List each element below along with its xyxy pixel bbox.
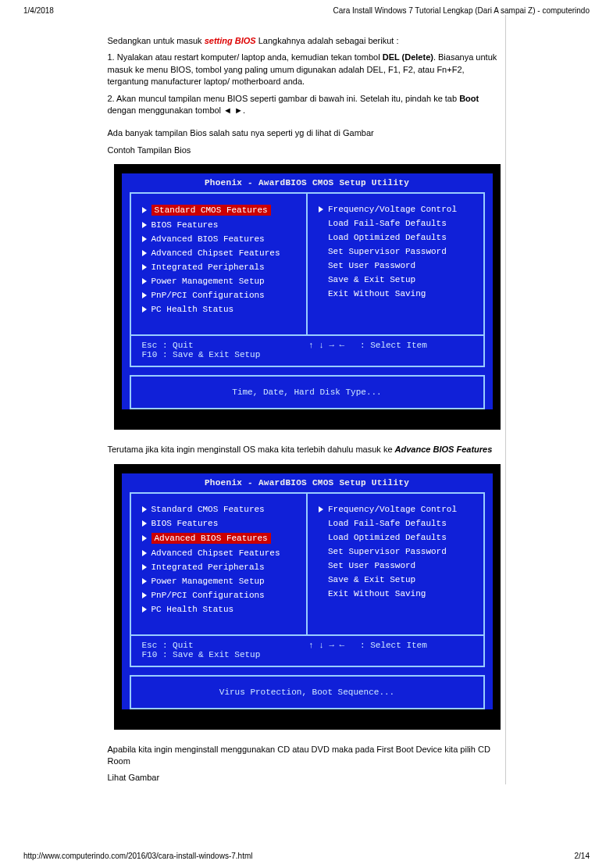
bios-menu-item[interactable]: Power Management Setup: [142, 277, 301, 286]
bios-menu-label: Advanced BIOS Features: [151, 234, 265, 244]
bios-menu-label: Load Fail-Safe Defaults: [328, 519, 447, 528]
bios-menu-item[interactable]: Integrated Peripherals: [142, 563, 301, 572]
triangle-icon: [142, 250, 147, 256]
bios-menu-item[interactable]: BIOS Features: [142, 220, 301, 230]
bios-menu-label: Integrated Peripherals: [151, 563, 265, 572]
bios-menu-item[interactable]: Advanced BIOS Features: [142, 234, 301, 244]
triangle-icon: [142, 506, 147, 513]
bios-menu-item[interactable]: PC Health Status: [142, 605, 301, 614]
bios-menu-label: Power Management Setup: [151, 277, 265, 286]
bios-menu-item[interactable]: Exit Without Saving: [319, 289, 477, 298]
bios-menu-item[interactable]: Advanced Chipset Features: [142, 548, 301, 558]
bios-menu-item[interactable]: PnP/PCI Configurations: [142, 291, 301, 300]
step-1: 1. Nyalakan atau restart komputer/ lapto…: [108, 52, 505, 88]
bios-menu-label: Set Supervisor Password: [328, 547, 447, 556]
bios1-help: Time, Date, Hard Disk Type...: [130, 375, 485, 409]
bios-menu-item[interactable]: PC Health Status: [142, 305, 301, 314]
intro-suffix: Langkahnya adalah sebagai berikut :: [256, 36, 399, 45]
bios-menu-item[interactable]: PnP/PCI Configurations: [142, 591, 301, 600]
bios-menu-item[interactable]: Load Optimized Defaults: [319, 533, 477, 542]
bios2-right-col: Frequency/Voltage ControlLoad Fail-Safe …: [308, 494, 483, 634]
bios-menu-item[interactable]: Save & Exit Setup: [319, 275, 477, 284]
bios1-left-col: Standard CMOS FeaturesBIOS FeaturesAdvan…: [131, 194, 308, 334]
triangle-icon: [142, 207, 147, 213]
step2-bold: Boot: [459, 94, 479, 103]
bios-menu-item[interactable]: Integrated Peripherals: [142, 263, 301, 272]
triangle-icon: [142, 264, 147, 270]
bios-menu-label: Frequency/Voltage Control: [328, 505, 457, 514]
bios-menu-label: Load Optimized Defaults: [328, 233, 447, 242]
bios-menu-label: Set User Password: [328, 261, 415, 270]
step2-a: 2. Akan muncul tampilan menu BIOS sepert…: [108, 94, 460, 103]
bios-menu-item[interactable]: BIOS Features: [142, 519, 301, 528]
bios-menu-item[interactable]: Exit Without Saving: [319, 589, 477, 598]
bios-menu-item[interactable]: Load Fail-Safe Defaults: [319, 519, 477, 528]
bios-menu-item[interactable]: Set User Password: [319, 561, 477, 570]
step1-bold: DEL (Delete): [383, 52, 433, 62]
bios2-title: Phoenix - AwardBIOS CMOS Setup Utility: [122, 473, 493, 492]
bios-menu-item[interactable]: Advanced BIOS Features: [142, 533, 301, 544]
triangle-icon: [142, 606, 147, 613]
step2-b: dengan menggunakan tombol ◄ ►.: [108, 105, 246, 115]
intro-line: Sedangkan untuk masuk setting BIOS Langk…: [108, 35, 505, 47]
step1-a: 1. Nyalakan atau restart komputer/ lapto…: [108, 52, 383, 62]
after-text-a: Apabila kita ingin menginstall menggunak…: [108, 744, 505, 768]
triangle-icon: [142, 564, 147, 570]
bios-menu-label: Advanced BIOS Features: [151, 533, 271, 544]
after-text-b: Lihat Gambar: [108, 772, 505, 784]
bios-menu-item[interactable]: Frequency/Voltage Control: [319, 205, 477, 214]
print-date: 1/4/2018: [23, 6, 54, 15]
bios-menu-label: Exit Without Saving: [328, 589, 426, 598]
bios2-help: Virus Protection, Boot Sequence...: [130, 675, 485, 709]
footer-page: 2/14: [575, 852, 590, 860]
bios-menu-label: Standard CMOS Features: [151, 205, 271, 216]
step-2: 2. Akan muncul tampilan menu BIOS sepert…: [108, 93, 505, 117]
triangle-icon: [142, 535, 147, 541]
triangle-icon: [319, 206, 323, 213]
bios2-hint-right: ↑ ↓ → ← : Select Item: [308, 641, 476, 659]
bios-menu-item[interactable]: Set Supervisor Password: [319, 547, 477, 556]
bios1-right-col: Frequency/Voltage ControlLoad Fail-Safe …: [308, 194, 483, 334]
bios-menu-label: PnP/PCI Configurations: [151, 291, 265, 300]
triangle-icon: [142, 278, 147, 284]
bios-menu-item[interactable]: Frequency/Voltage Control: [319, 505, 477, 514]
triangle-icon: [319, 506, 323, 513]
bios-menu-label: PnP/PCI Configurations: [151, 591, 265, 600]
bios-screenshot-2: Phoenix - AwardBIOS CMOS Setup Utility S…: [114, 464, 501, 730]
bios-menu-label: Advanced Chipset Features: [151, 548, 280, 558]
note-2: Contoh Tampilan Bios: [108, 145, 505, 156]
intro-prefix: Sedangkan untuk masuk: [108, 36, 205, 45]
triangle-icon: [142, 550, 147, 556]
bios-menu-label: Standard CMOS Features: [151, 505, 265, 514]
intro-bold: setting BIOS: [205, 36, 256, 45]
page-header: 1/4/2018 Cara Install Windows 7 Tutorial…: [0, 0, 613, 15]
bios2-left-col: Standard CMOS FeaturesBIOS FeaturesAdvan…: [131, 494, 308, 634]
page-footer: http://www.computerindo.com/2016/03/cara…: [23, 852, 590, 860]
bios-screenshot-1: Phoenix - AwardBIOS CMOS Setup Utility S…: [114, 164, 501, 430]
article-body: Sedangkan untuk masuk setting BIOS Langk…: [108, 15, 506, 784]
bios-menu-label: Load Fail-Safe Defaults: [328, 219, 447, 228]
bios-menu-label: Advanced Chipset Features: [151, 248, 280, 258]
mid-bold: Advance BIOS Features: [395, 445, 493, 454]
bios-menu-label: Exit Without Saving: [328, 289, 426, 298]
bios-menu-item[interactable]: Standard CMOS Features: [142, 205, 301, 216]
bios-menu-item[interactable]: Save & Exit Setup: [319, 575, 477, 584]
bios-menu-item[interactable]: Set Supervisor Password: [319, 247, 477, 256]
triangle-icon: [142, 236, 147, 242]
bios-menu-label: Save & Exit Setup: [328, 575, 415, 584]
bios-menu-label: Save & Exit Setup: [328, 275, 415, 284]
bios-menu-label: Frequency/Voltage Control: [328, 205, 457, 214]
bios-menu-item[interactable]: Advanced Chipset Features: [142, 248, 301, 258]
bios-menu-item[interactable]: Standard CMOS Features: [142, 505, 301, 514]
mid-a: Terutama jika kita ingin menginstall OS …: [108, 445, 395, 454]
triangle-icon: [142, 578, 147, 584]
bios1-hint-left: Esc : Quit F10 : Save & Exit Setup: [142, 341, 309, 359]
triangle-icon: [142, 222, 147, 228]
bios-menu-item[interactable]: Set User Password: [319, 261, 477, 270]
bios-menu-item[interactable]: Load Fail-Safe Defaults: [319, 219, 477, 228]
triangle-icon: [142, 292, 147, 298]
bios-menu-item[interactable]: Power Management Setup: [142, 577, 301, 586]
bios-menu-item[interactable]: Load Optimized Defaults: [319, 233, 477, 242]
bios2-hint-left: Esc : Quit F10 : Save & Exit Setup: [142, 641, 309, 659]
bios-menu-label: PC Health Status: [151, 305, 234, 314]
